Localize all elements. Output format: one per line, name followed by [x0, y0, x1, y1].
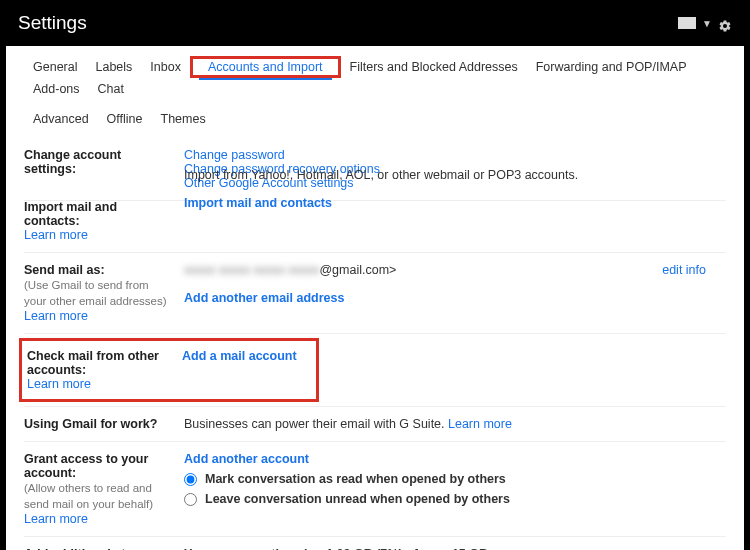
label-check-mail: Check mail from other accounts: — [27, 349, 172, 377]
highlight-active-tab: Accounts and Import — [190, 56, 341, 78]
tabs-container: GeneralLabelsInboxAccounts and ImportFil… — [6, 46, 744, 130]
label-grant: Grant access to your account: — [24, 452, 174, 480]
learn-more-work[interactable]: Learn more — [448, 417, 512, 431]
tab-offline[interactable]: Offline — [98, 108, 152, 130]
tab-accounts-and-import[interactable]: Accounts and Import — [199, 56, 332, 80]
settings-body: Change account settings: Change password… — [6, 138, 744, 550]
tab-advanced[interactable]: Advanced — [24, 108, 98, 130]
sub-send-as: (Use Gmail to send from your other email… — [24, 277, 174, 309]
redacted-name: xxxxx xxxxx xxxxx xxxxx — [184, 263, 319, 277]
input-tools-icon[interactable] — [678, 17, 696, 29]
tab-add-ons[interactable]: Add-ons — [24, 78, 89, 100]
work-desc: Businesses can power their email with G … — [184, 417, 448, 431]
radio-leave-unread-label: Leave conversation unread when opened by… — [205, 492, 510, 506]
import-action[interactable]: Import mail and contacts — [184, 196, 332, 210]
add-mail-account-action[interactable]: Add a mail account — [182, 349, 297, 363]
section-send-as: Send mail as: (Use Gmail to send from yo… — [24, 253, 726, 334]
radio-mark-read[interactable] — [184, 473, 197, 486]
edit-info-link[interactable]: edit info — [662, 263, 706, 277]
tab-themes[interactable]: Themes — [152, 108, 215, 130]
link-change-password[interactable]: Change password — [184, 148, 285, 162]
settings-content: GeneralLabelsInboxAccounts and ImportFil… — [6, 46, 744, 550]
add-account-action[interactable]: Add another account — [184, 452, 309, 466]
label-work: Using Gmail for work? — [24, 417, 174, 431]
tab-filters-and-blocked-addresses[interactable]: Filters and Blocked Addresses — [341, 56, 527, 78]
tab-labels[interactable]: Labels — [86, 56, 141, 78]
tab-row-2: AdvancedOfflineThemes — [24, 108, 726, 130]
learn-more-grant[interactable]: Learn more — [24, 512, 88, 526]
header-actions: ▼ — [678, 16, 732, 30]
label-change-account: Change account settings: — [24, 148, 174, 176]
radio-mark-read-label: Mark conversation as read when opened by… — [205, 472, 506, 486]
sub-grant: (Allow others to read and send mail on y… — [24, 480, 174, 512]
tab-row-1: GeneralLabelsInboxAccounts and ImportFil… — [24, 56, 726, 100]
radio-leave-unread[interactable] — [184, 493, 197, 506]
tab-forwarding-and-pop-imap[interactable]: Forwarding and POP/IMAP — [527, 56, 696, 78]
highlight-check-mail: Check mail from other accounts: Learn mo… — [19, 338, 319, 402]
label-send-as: Send mail as: — [24, 263, 174, 277]
learn-more-import[interactable]: Learn more — [24, 228, 88, 242]
section-work: Using Gmail for work? Businesses can pow… — [24, 407, 726, 442]
gear-icon[interactable] — [718, 16, 732, 30]
caret-down-icon[interactable]: ▼ — [702, 18, 712, 29]
add-email-action[interactable]: Add another email address — [184, 291, 344, 305]
label-import: Import mail and contacts: — [24, 200, 174, 228]
section-grant-access: Grant access to your account: (Allow oth… — [24, 442, 726, 537]
tab-chat[interactable]: Chat — [89, 78, 133, 100]
learn-more-sendas[interactable]: Learn more — [24, 309, 88, 323]
section-storage: Add additional storage: You are currentl… — [24, 537, 726, 550]
tab-general[interactable]: General — [24, 56, 86, 78]
primary-email: xxxxx xxxxx xxxxx xxxxx@gmail.com> — [184, 263, 396, 277]
app-header: Settings ▼ — [0, 0, 750, 46]
import-desc: Import from Yahoo!, Hotmail, AOL, or oth… — [184, 168, 726, 182]
tab-inbox[interactable]: Inbox — [141, 56, 190, 78]
section-import: Import mail and contacts: Learn more Imp… — [24, 190, 726, 253]
page-title: Settings — [18, 12, 87, 34]
learn-more-check[interactable]: Learn more — [27, 377, 91, 391]
section-check-mail: Check mail from other accounts: Learn mo… — [24, 334, 726, 407]
